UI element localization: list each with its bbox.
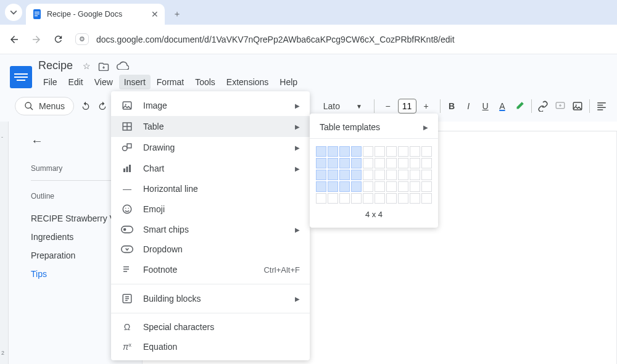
undo-button[interactable] xyxy=(80,99,91,114)
grid-cell[interactable] xyxy=(339,170,350,180)
grid-cell[interactable] xyxy=(316,146,326,157)
grid-cell[interactable] xyxy=(375,170,385,180)
menu-item-emoji[interactable]: Emoji xyxy=(111,199,310,220)
grid-cell[interactable] xyxy=(398,146,408,157)
grid-cell[interactable] xyxy=(375,193,385,204)
reload-button[interactable] xyxy=(53,34,65,44)
grid-cell[interactable] xyxy=(410,193,420,204)
grid-cell[interactable] xyxy=(398,170,408,180)
italic-button[interactable]: I xyxy=(463,99,474,114)
grid-cell[interactable] xyxy=(410,170,420,180)
grid-cell[interactable] xyxy=(398,158,408,168)
menu-item-drawing[interactable]: Drawing▶ xyxy=(111,137,310,158)
grid-cell[interactable] xyxy=(386,146,397,157)
grid-cell[interactable] xyxy=(316,158,326,168)
increase-font-button[interactable]: + xyxy=(419,99,434,114)
text-color-button[interactable]: A xyxy=(497,99,507,114)
highlight-button[interactable] xyxy=(514,99,525,114)
grid-cell[interactable] xyxy=(316,170,326,180)
menu-item-image[interactable]: Image▶ xyxy=(111,95,310,116)
menus-search[interactable]: Menus xyxy=(15,97,74,115)
grid-cell[interactable] xyxy=(375,146,385,157)
move-icon[interactable] xyxy=(98,61,109,71)
redo-button[interactable] xyxy=(97,99,107,114)
grid-cell[interactable] xyxy=(386,181,397,192)
grid-cell[interactable] xyxy=(316,181,326,192)
grid-cell[interactable] xyxy=(328,181,338,192)
menu-item-chart[interactable]: Chart▶ xyxy=(111,158,310,179)
grid-cell[interactable] xyxy=(363,158,373,168)
grid-cell[interactable] xyxy=(339,158,350,168)
grid-cell[interactable] xyxy=(410,146,420,157)
menu-file[interactable]: File xyxy=(38,75,62,89)
menu-item-footnote[interactable]: FootnoteCtrl+Alt+F xyxy=(111,259,310,280)
grid-cell[interactable] xyxy=(398,181,408,192)
back-button[interactable] xyxy=(9,34,21,45)
forward-button[interactable] xyxy=(31,34,43,45)
menu-item-building-blocks[interactable]: Building blocks▶ xyxy=(111,288,310,309)
insert-image-button[interactable] xyxy=(572,99,583,114)
menu-item-horizontal-line[interactable]: — Horizontal line xyxy=(111,179,310,199)
site-settings-icon[interactable]: ⚙ xyxy=(75,33,89,45)
grid-cell[interactable] xyxy=(339,193,350,204)
insert-link-button[interactable] xyxy=(537,99,549,114)
menu-item-table[interactable]: Table▶ xyxy=(111,116,310,137)
grid-cell[interactable] xyxy=(351,158,362,168)
grid-cell[interactable] xyxy=(351,146,362,157)
grid-cell[interactable] xyxy=(328,146,338,157)
browser-tab[interactable]: Recipe - Google Docs ✕ xyxy=(26,4,165,25)
menu-extensions[interactable]: Extensions xyxy=(222,75,273,89)
bold-button[interactable]: B xyxy=(446,99,457,114)
grid-cell[interactable] xyxy=(410,181,420,192)
grid-cell[interactable] xyxy=(386,158,397,168)
add-comment-button[interactable] xyxy=(555,99,566,114)
font-size-input[interactable] xyxy=(398,99,416,114)
grid-cell[interactable] xyxy=(351,193,362,204)
menu-item-table-templates[interactable]: Table templates ▶ xyxy=(310,120,438,138)
grid-cell[interactable] xyxy=(398,193,408,204)
grid-cell[interactable] xyxy=(328,170,338,180)
menu-edit[interactable]: Edit xyxy=(64,75,88,89)
grid-cell[interactable] xyxy=(421,170,432,180)
grid-cell[interactable] xyxy=(363,146,373,157)
menu-format[interactable]: Format xyxy=(152,75,189,89)
grid-cell[interactable] xyxy=(410,158,420,168)
menu-tools[interactable]: Tools xyxy=(190,75,220,89)
grid-cell[interactable] xyxy=(339,181,350,192)
document-title[interactable]: Recipe xyxy=(38,59,73,72)
grid-cell[interactable] xyxy=(421,181,432,192)
menu-item-equation[interactable]: πx Equation xyxy=(111,337,310,357)
underline-button[interactable]: U xyxy=(480,99,491,114)
grid-cell[interactable] xyxy=(386,193,397,204)
grid-cell[interactable] xyxy=(339,146,350,157)
grid-cell[interactable] xyxy=(375,158,385,168)
grid-cell[interactable] xyxy=(375,181,385,192)
grid-cell[interactable] xyxy=(421,146,432,157)
grid-cell[interactable] xyxy=(363,181,373,192)
menu-insert[interactable]: Insert xyxy=(119,75,151,89)
menu-help[interactable]: Help xyxy=(275,75,302,89)
table-size-grid[interactable] xyxy=(310,146,438,204)
grid-cell[interactable] xyxy=(351,170,362,180)
close-tab-icon[interactable]: ✕ xyxy=(151,9,159,19)
align-button[interactable] xyxy=(596,99,607,114)
grid-cell[interactable] xyxy=(328,193,338,204)
grid-cell[interactable] xyxy=(328,158,338,168)
grid-cell[interactable] xyxy=(351,181,362,192)
new-tab-button[interactable]: ＋ xyxy=(168,6,186,23)
font-family-select[interactable]: Lato ▼ xyxy=(318,98,368,114)
grid-cell[interactable] xyxy=(421,193,432,204)
grid-cell[interactable] xyxy=(421,158,432,168)
grid-cell[interactable] xyxy=(363,170,373,180)
menu-item-special-characters[interactable]: Ω Special characters xyxy=(111,317,310,337)
decrease-font-button[interactable]: − xyxy=(381,99,395,114)
star-icon[interactable]: ☆ xyxy=(83,61,91,71)
cloud-status-icon[interactable] xyxy=(117,61,129,71)
menu-view[interactable]: View xyxy=(89,75,118,89)
menu-item-dropdown[interactable]: Dropdown xyxy=(111,239,310,259)
grid-cell[interactable] xyxy=(363,193,373,204)
tab-search-button[interactable] xyxy=(5,4,22,21)
url-text[interactable]: docs.google.com/document/d/1VaVKV7nQrePp… xyxy=(96,35,455,44)
docs-logo-icon[interactable] xyxy=(10,66,32,88)
menu-item-smart-chips[interactable]: Smart chips▶ xyxy=(111,220,310,239)
